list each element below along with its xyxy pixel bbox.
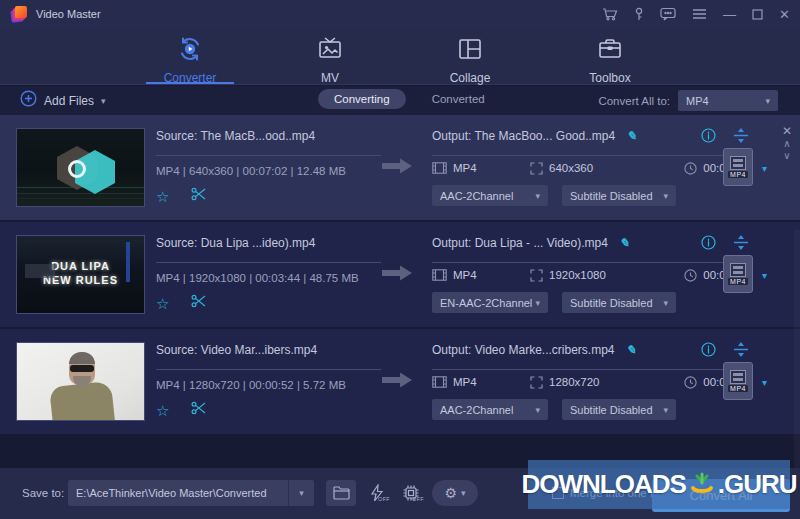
- format-badge-caret-icon[interactable]: ▾: [762, 163, 767, 174]
- tab-collage[interactable]: Collage: [426, 28, 514, 84]
- output-filename: Output: Dua Lipa - ... Video).mp4: [432, 236, 608, 250]
- file-row-3[interactable]: Source: Video Mar...ibers.mp4 MP4 | 1280…: [0, 329, 800, 434]
- output-resolution: 640x360: [530, 162, 593, 175]
- video-thumbnail-2: DUA LIPA NEW RULES: [16, 235, 145, 314]
- save-path-value: E:\AceThinker\Video Master\Converted: [68, 487, 288, 499]
- output-info-icon[interactable]: [701, 342, 716, 361]
- cut-icon[interactable]: [191, 187, 207, 205]
- convert-all-to-label: Convert All to:: [598, 95, 670, 107]
- format-badge-caret-icon[interactable]: ▾: [762, 377, 767, 388]
- downloads-guru-watermark: DOWNLOADS .GURU: [528, 460, 790, 509]
- add-files-button[interactable]: Add Files ▾: [20, 90, 106, 111]
- effects-icon[interactable]: ☆: [156, 403, 169, 418]
- effects-icon[interactable]: ☆: [156, 189, 169, 204]
- film-icon: [432, 162, 447, 174]
- maximize-button[interactable]: [752, 9, 763, 20]
- file-row-2[interactable]: DUA LIPA NEW RULES Source: Dua Lipa ...i…: [0, 222, 800, 327]
- clock-icon: [684, 376, 697, 389]
- subtitle-value: Subtitle Disabled: [570, 190, 653, 202]
- cut-icon[interactable]: [191, 401, 207, 419]
- resolution-icon: [530, 376, 543, 389]
- main-nav: Converter MV Collage: [0, 28, 800, 85]
- tab-mv[interactable]: MV: [286, 28, 374, 84]
- file-row-1[interactable]: Source: The MacB...ood..mp4 MP4 | 640x36…: [0, 115, 800, 220]
- output-resolution: 1920x1080: [530, 269, 606, 282]
- output-resolution-value: 1280x720: [549, 376, 600, 388]
- converted-tab[interactable]: Converted: [432, 93, 485, 105]
- menu-icon[interactable]: [692, 8, 707, 20]
- subtitle-caret-icon: ▾: [663, 298, 668, 308]
- output-resolution: 1280x720: [530, 376, 600, 389]
- output-filename: Output: The MacBoo... Good..mp4: [432, 129, 615, 143]
- merge-settings-icon[interactable]: [734, 342, 748, 361]
- converting-tab[interactable]: Converting: [318, 89, 406, 109]
- convert-all-format-select[interactable]: MP4 ▾: [678, 90, 778, 111]
- subtitle-select[interactable]: Subtitle Disabled ▾: [562, 399, 676, 420]
- toolbar: Add Files ▾ Converting Converted Convert…: [0, 86, 800, 115]
- app-logo: [10, 5, 28, 23]
- merge-settings-icon[interactable]: [734, 128, 748, 147]
- open-folder-button[interactable]: [326, 480, 356, 506]
- format-badge-caret-icon[interactable]: ▾: [762, 270, 767, 281]
- source-filename: Source: Dua Lipa ...ideo).mp4: [156, 236, 315, 250]
- app-window: Video Master: [0, 0, 800, 519]
- format-badge-label: MP4: [728, 171, 748, 178]
- output-format-value: MP4: [453, 376, 477, 388]
- audio-track-value: EN-AAC-2Channel: [440, 297, 532, 309]
- format-badge-film-icon: [730, 263, 746, 277]
- rename-icon[interactable]: ✎: [619, 236, 629, 250]
- save-path-caret-icon: ▾: [299, 488, 304, 498]
- output-format-badge[interactable]: MP4: [723, 255, 753, 293]
- source-meta: MP4 | 1920x1080 | 00:03:44 | 48.75 MB: [156, 272, 359, 284]
- rename-icon[interactable]: ✎: [627, 129, 637, 143]
- downloads-guru-logo-icon: [689, 472, 715, 498]
- cart-icon[interactable]: [602, 7, 618, 21]
- merge-settings-icon[interactable]: [734, 235, 748, 254]
- resolution-icon: [530, 269, 543, 282]
- move-down-icon[interactable]: ∨: [783, 151, 790, 161]
- subtitle-select[interactable]: Subtitle Disabled ▾: [562, 292, 676, 313]
- audio-track-select[interactable]: AAC-2Channel ▾: [432, 185, 548, 206]
- output-format-badge[interactable]: MP4: [723, 362, 753, 400]
- subtitle-select[interactable]: Subtitle Disabled ▾: [562, 185, 676, 206]
- output-info-icon[interactable]: [701, 128, 716, 147]
- toolbox-icon: [597, 36, 623, 66]
- tab-toolbox[interactable]: Toolbox: [566, 28, 654, 84]
- close-button[interactable]: ✕: [779, 8, 790, 21]
- settings-button[interactable]: ⚙ ▾: [432, 480, 478, 506]
- film-icon: [432, 376, 447, 388]
- convert-arrow-icon: [382, 157, 412, 179]
- source-meta: MP4 | 640x360 | 00:07:02 | 12.48 MB: [156, 165, 346, 177]
- move-up-icon[interactable]: ∧: [783, 139, 790, 149]
- audio-track-select[interactable]: EN-AAC-2Channel ▾: [432, 292, 548, 313]
- watermark-text-right: .GURU: [718, 469, 797, 500]
- format-badge-label: MP4: [728, 278, 748, 285]
- cut-icon[interactable]: [191, 294, 207, 312]
- audio-caret-icon: ▾: [535, 191, 540, 201]
- minimize-button[interactable]: —: [723, 8, 736, 21]
- output-format-value: MP4: [453, 162, 477, 174]
- save-path-select[interactable]: E:\AceThinker\Video Master\Converted ▾: [68, 480, 314, 506]
- film-icon: [432, 269, 447, 281]
- hardware-accel-button[interactable]: OFF: [362, 480, 392, 506]
- rename-icon[interactable]: ✎: [626, 343, 636, 357]
- audio-track-select[interactable]: AAC-2Channel ▾: [432, 399, 548, 420]
- tab-converter[interactable]: Converter: [146, 28, 234, 84]
- tab-toolbox-label: Toolbox: [589, 71, 630, 85]
- output-format-badge[interactable]: MP4: [723, 148, 753, 186]
- settings-caret-icon: ▾: [461, 488, 466, 498]
- feedback-icon[interactable]: [660, 7, 676, 21]
- mv-icon: [317, 36, 343, 66]
- clock-icon: [684, 269, 697, 282]
- output-info-icon[interactable]: [701, 235, 716, 254]
- hardware-accel-off-label: OFF: [378, 496, 390, 502]
- key-icon[interactable]: [634, 7, 644, 22]
- effects-icon[interactable]: ☆: [156, 296, 169, 311]
- add-files-caret-icon[interactable]: ▾: [101, 96, 106, 106]
- add-files-label: Add Files: [44, 94, 94, 108]
- output-filename: Output: Video Marke...cribers.mp4: [432, 343, 615, 357]
- output-format: MP4: [432, 269, 477, 281]
- gpu-button[interactable]: OFF: [396, 480, 426, 506]
- thumbnail-text-line2: NEW RULES: [17, 274, 144, 288]
- remove-row-icon[interactable]: ✕: [782, 125, 792, 137]
